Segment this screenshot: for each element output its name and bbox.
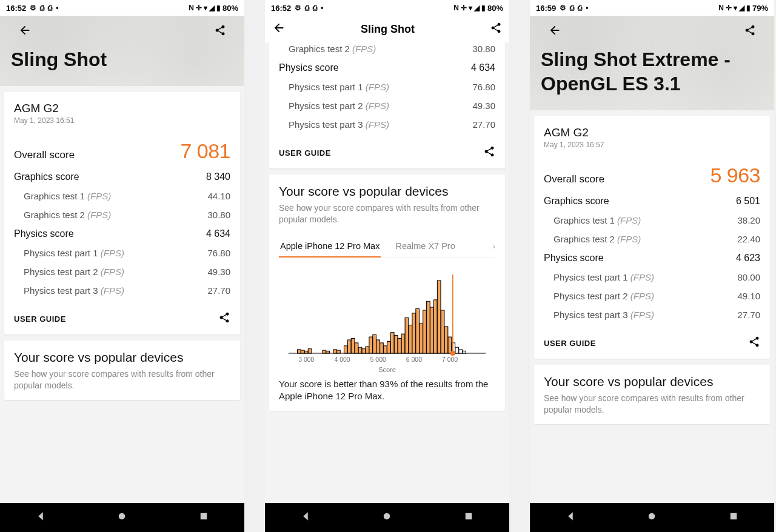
- score-card: AGM G2 May 1, 2023 16:57 Overall score 5…: [534, 116, 770, 359]
- graphics-test-1-label: Graphics test 1 (FPS): [554, 215, 641, 225]
- physics-test-1-value: 76.80: [472, 82, 495, 92]
- svg-rect-37: [437, 281, 441, 353]
- location-icon: ✛: [461, 4, 467, 12]
- nfc-icon: N: [453, 4, 459, 12]
- svg-rect-23: [387, 341, 391, 353]
- nav-home-button[interactable]: [116, 511, 127, 524]
- battery-icon: ▮: [481, 4, 486, 12]
- svg-rect-43: [459, 350, 463, 353]
- svg-rect-9: [333, 350, 337, 353]
- status-time: 16:59: [536, 4, 556, 13]
- svg-rect-27: [401, 334, 405, 353]
- back-button[interactable]: [18, 24, 32, 39]
- physics-test-3-label: Physics test part 3 (FPS): [554, 310, 654, 320]
- nav-recent-button[interactable]: [728, 511, 739, 524]
- chart-caption: Your score is better than 93% of the res…: [279, 378, 495, 403]
- nav-back-button[interactable]: [565, 511, 576, 524]
- battery-pct: 79%: [752, 4, 768, 13]
- nav-recent-button[interactable]: [198, 511, 209, 524]
- battery-pct: 80%: [487, 4, 503, 13]
- nav-back-button[interactable]: [300, 511, 311, 524]
- screenshot-icon-2: ⎙: [578, 4, 582, 12]
- location-icon: ✛: [726, 4, 732, 12]
- nav-home-button[interactable]: [381, 511, 392, 524]
- share-button[interactable]: [490, 22, 502, 36]
- physics-score-value: 4 634: [206, 228, 230, 239]
- header-title: Sling Shot: [361, 23, 415, 36]
- svg-rect-16: [362, 348, 366, 353]
- dot-icon: •: [586, 4, 588, 12]
- svg-rect-25: [394, 335, 398, 353]
- share-results-button[interactable]: [748, 336, 760, 350]
- svg-rect-33: [423, 310, 427, 353]
- physics-score-value: 4 623: [736, 253, 760, 264]
- svg-point-54: [649, 513, 655, 520]
- svg-rect-22: [384, 346, 387, 353]
- physics-score-label: Physics score: [544, 253, 604, 264]
- svg-rect-13: [351, 338, 355, 353]
- compare-card: Your score vs popular devices See how yo…: [534, 365, 770, 424]
- share-button[interactable]: [744, 24, 756, 39]
- nav-recent-button[interactable]: [463, 511, 474, 524]
- battery-icon: ▮: [746, 4, 751, 12]
- user-guide-link[interactable]: USER GUIDE: [544, 339, 596, 348]
- physics-test-1-label: Physics test part 1 (FPS): [554, 272, 654, 282]
- nav-back-button[interactable]: [35, 511, 46, 524]
- physics-test-1-value: 80.00: [737, 272, 760, 282]
- share-button[interactable]: [214, 24, 226, 39]
- svg-text:4 000: 4 000: [334, 356, 350, 363]
- svg-rect-14: [355, 343, 358, 353]
- share-results-button[interactable]: [483, 145, 495, 160]
- physics-test-3-value: 27.70: [737, 310, 760, 320]
- dot-icon: •: [56, 4, 58, 12]
- compare-subtitle: See how your score compares with results…: [279, 202, 495, 225]
- svg-rect-44: [463, 351, 466, 353]
- overall-label: Overall score: [544, 173, 604, 185]
- svg-rect-21: [380, 343, 384, 353]
- physics-score-value: 4 634: [471, 62, 495, 73]
- dot-icon: •: [321, 4, 323, 12]
- share-results-button[interactable]: [218, 311, 230, 326]
- device-name: AGM G2: [14, 102, 230, 115]
- overall-label: Overall score: [14, 149, 75, 161]
- physics-test-3-label: Physics test part 3 (FPS): [24, 285, 124, 296]
- nfc-icon: N: [189, 4, 194, 12]
- chevron-right-icon[interactable]: ›: [493, 242, 495, 251]
- physics-test-3-label: Physics test part 3 (FPS): [289, 119, 389, 130]
- graphics-test-2-value: 30.80: [207, 210, 230, 220]
- physics-test-2-value: 49.30: [207, 267, 230, 277]
- svg-rect-20: [376, 340, 380, 353]
- graphics-test-2-label: Graphics test 2 (FPS): [24, 210, 111, 220]
- svg-rect-24: [390, 332, 394, 353]
- user-guide-link[interactable]: USER GUIDE: [279, 148, 331, 158]
- nav-home-button[interactable]: [646, 511, 657, 524]
- nfc-icon: N: [718, 4, 724, 12]
- svg-rect-42: [455, 347, 459, 353]
- svg-text:3 000: 3 000: [298, 356, 315, 363]
- svg-rect-3: [298, 350, 301, 353]
- timestamp: May 1, 2023 16:51: [14, 116, 230, 125]
- screenshot-2: 16:52 ⚙ ⎙ ⎙ • N ✛ ▾ ◢ ▮ 80% Sling Shot G…: [265, 0, 509, 532]
- svg-rect-28: [405, 318, 409, 353]
- status-time: 16:52: [271, 4, 291, 13]
- screenshot-icon: ⎙: [570, 4, 574, 12]
- svg-rect-31: [416, 308, 420, 353]
- back-button[interactable]: [548, 24, 561, 39]
- svg-rect-53: [466, 513, 472, 520]
- user-guide-link[interactable]: USER GUIDE: [14, 314, 66, 324]
- svg-rect-26: [398, 338, 401, 353]
- graphics-score-label: Graphics score: [14, 171, 79, 182]
- page-title: Sling Shot: [11, 47, 233, 71]
- tab-iphone[interactable]: Apple iPhone 12 Pro Max: [279, 236, 381, 257]
- physics-test-1-label: Physics test part 1 (FPS): [289, 82, 389, 92]
- overall-value: 5 963: [710, 164, 760, 187]
- compare-card: Your score vs popular devices See how yo…: [4, 341, 240, 400]
- svg-rect-8: [326, 351, 330, 353]
- svg-rect-1: [201, 513, 207, 520]
- screenshot-icon-2: ⎙: [48, 4, 52, 12]
- svg-point-46: [450, 351, 455, 356]
- tab-realme[interactable]: Realme X7 Pro: [394, 236, 456, 257]
- svg-rect-38: [441, 310, 444, 353]
- back-button[interactable]: [272, 21, 286, 37]
- content-area: AGM G2 May 1, 2023 16:51 Overall score 7…: [0, 86, 244, 503]
